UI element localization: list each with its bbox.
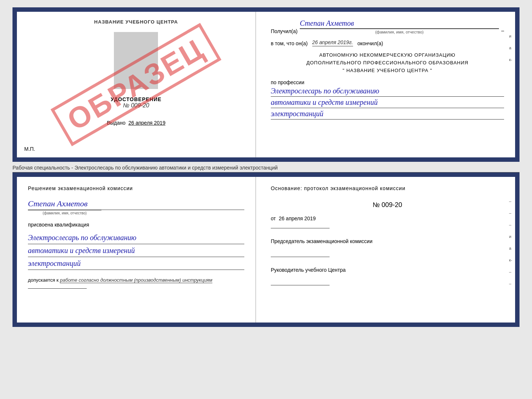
cert-left: НАЗВАНИЕ УЧЕБНОГО ЦЕНТРА УДОСТОВЕРЕНИЕ №… xyxy=(17,12,256,157)
dopuskaetsya-section: допускается к работе согласно должностны… xyxy=(28,277,244,283)
bottom-right-side-labels: – – – и а к- – – xyxy=(509,199,512,286)
side-a: а xyxy=(509,246,512,250)
right-side-labels: и а к- xyxy=(509,34,512,62)
profession-line1: Электрослесарь по обслуживанию xyxy=(271,85,504,97)
document-container: НАЗВАНИЕ УЧЕБНОГО ЦЕНТРА УДОСТОВЕРЕНИЕ №… xyxy=(12,7,520,327)
qual-line3: электростанций xyxy=(28,257,244,270)
mp-line: М.П. xyxy=(24,146,35,152)
bottom-right: Основание: протокол экзаменационной коми… xyxy=(256,177,515,323)
dopuskaetsya-label: допускается к xyxy=(28,277,58,283)
bottom-left: Решением экзаменационной комиссии Степан… xyxy=(17,177,256,323)
cert-date: 26 апреля 2019г. xyxy=(312,39,353,46)
side-dash-5: – xyxy=(509,281,512,286)
org-line1: АВТОНОМНУЮ НЕКОММЕРЧЕСКУЮ ОРГАНИЗАЦИЮ xyxy=(271,51,504,59)
ruk-block: Руководитель учебного Центра xyxy=(271,266,504,285)
photo-placeholder xyxy=(114,32,158,89)
recipient-section: Получил(а) Степан Ахметов (фамилия, имя,… xyxy=(271,19,504,34)
vtom-section: в том, что он(а) 26 апреля 2019г. окончи… xyxy=(271,39,504,46)
ruk-sign-line xyxy=(271,285,330,285)
kvalifikaciya-block: Электрослесарь по обслуживанию автоматик… xyxy=(28,231,244,270)
side-label-2: а xyxy=(509,46,512,50)
komissia-name: Степан Ахметов xyxy=(28,197,244,210)
profession-line3: электростанций xyxy=(271,108,504,120)
recipient-name: Степан Ахметов xyxy=(300,19,499,29)
specialty-line: Рабочая специальность - Электрослесарь п… xyxy=(12,162,520,172)
sign-line-right-1 xyxy=(271,228,330,228)
cert-right: Получил(а) Степан Ахметов (фамилия, имя,… xyxy=(256,12,515,157)
fio-sub-bottom: (фамилия, имя, отчество) xyxy=(28,210,101,215)
side-dash-1: – xyxy=(509,199,512,203)
chairman-block: Председатель экзаменационной комиссии xyxy=(271,237,504,257)
recipient-row: Получил(а) Степан Ахметов (фамилия, имя,… xyxy=(271,19,504,34)
side-dash-2: – xyxy=(509,211,512,215)
protocol-number: № 009-20 xyxy=(271,201,504,209)
po-label: по профессии xyxy=(271,79,504,85)
dash-top: – xyxy=(501,28,504,34)
qual-line2: автоматики и средств измерений xyxy=(28,244,244,257)
sign-line-left xyxy=(28,288,87,289)
org-line2: ДОПОЛНИТЕЛЬНОГО ПРОФЕССИОНАЛЬНОГО ОБРАЗО… xyxy=(271,59,504,67)
profession-block: по профессии Электрослесарь по обслужива… xyxy=(271,79,504,120)
school-name-header: НАЗВАНИЕ УЧЕБНОГО ЦЕНТРА xyxy=(94,19,178,25)
org-block: АВТОНОМНУЮ НЕКОММЕРЧЕСКУЮ ОРГАНИЗАЦИЮ ДО… xyxy=(271,51,504,74)
certificate-top: НАЗВАНИЕ УЧЕБНОГО ЦЕНТРА УДОСТОВЕРЕНИЕ №… xyxy=(12,7,520,162)
side-k: к- xyxy=(509,258,512,262)
profession-line2: автоматики и средств измерений xyxy=(271,97,504,108)
protocol-date: от 26 апреля 2019 xyxy=(271,215,504,221)
vtom-label: в том, что он(а) xyxy=(271,40,308,46)
ruk-label: Руководитель учебного Центра xyxy=(271,266,504,274)
poluchil-label: Получил(а) xyxy=(271,28,298,34)
predsedatel-label: Председатель экзаменационной комиссии xyxy=(271,237,504,245)
komissia-header: Решением экзаменационной комиссии xyxy=(28,184,244,192)
chairman-sign-line xyxy=(271,257,330,257)
qual-line1: Электрослесарь по обслуживанию xyxy=(28,231,244,244)
side-i: и xyxy=(509,234,512,239)
vydano-date: 26 апреля 2019 xyxy=(128,120,165,126)
vydano-label: Выдано xyxy=(107,120,126,126)
certificate-bottom: Решением экзаменационной комиссии Степан… xyxy=(12,172,520,327)
fio-label-top: (фамилия, имя, отчество) xyxy=(300,29,499,34)
udostoverenie-number: № 009-20 xyxy=(123,102,150,109)
side-label-3: к- xyxy=(509,57,512,62)
komissia-name-section: Степан Ахметов (фамилия, имя, отчество) xyxy=(28,196,244,215)
dopuskaetsya-text: работе согласно должностным (производств… xyxy=(60,277,212,283)
osnovaniye-header: Основание: протокол экзаменационной коми… xyxy=(271,184,504,192)
side-dash-3: – xyxy=(509,222,512,227)
org-line3: " НАЗВАНИЕ УЧЕБНОГО ЦЕНТРА " xyxy=(271,67,504,75)
vydano-line: Выдано 26 апреля 2019 xyxy=(107,120,166,126)
ot-label: от xyxy=(271,215,276,221)
side-dash-4: – xyxy=(509,270,512,274)
okonchil-label: окончил(а) xyxy=(357,40,383,46)
kvalifikaciya-label: присвоена квалификация xyxy=(28,222,244,228)
side-label-1: и xyxy=(509,34,512,38)
protocol-date-value: 26 апреля 2019 xyxy=(279,215,316,221)
udostoverenie-title: УДОСТОВЕРЕНИЕ xyxy=(111,96,161,102)
